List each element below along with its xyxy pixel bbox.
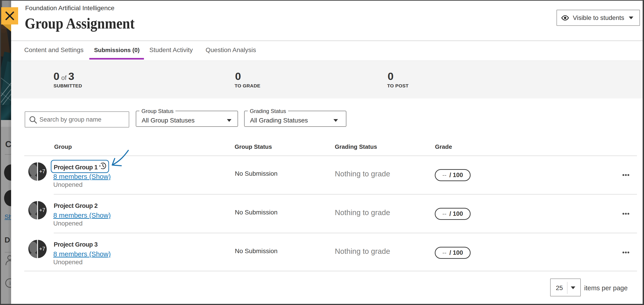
svg-text:+7: +7 <box>39 246 45 252</box>
svg-text:+7: +7 <box>39 207 45 213</box>
svg-text:+7: +7 <box>39 168 45 174</box>
